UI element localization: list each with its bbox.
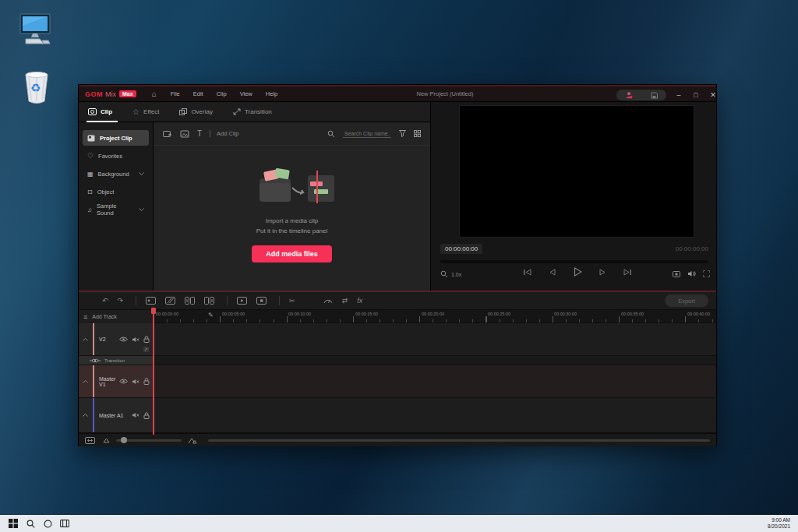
track-lane[interactable] (154, 365, 716, 397)
ruler-label: 00:00:35:00 (621, 312, 644, 316)
sidebar-item-background[interactable]: ▦ Background (83, 166, 149, 181)
taskbar-search-icon[interactable] (22, 515, 39, 532)
next-frame-icon[interactable] (599, 269, 606, 276)
sidebar-label: Sample Sound (97, 203, 134, 217)
play-icon[interactable] (574, 267, 582, 277)
task-view-icon[interactable] (56, 515, 73, 532)
transition-row[interactable]: Transition (79, 356, 716, 365)
preview-zoom-icon[interactable] (440, 270, 448, 278)
chevron-down-icon[interactable] (139, 208, 144, 211)
menu-help[interactable]: Help (266, 90, 277, 97)
fit-timeline-icon[interactable] (85, 437, 95, 444)
menu-file[interactable]: File (171, 90, 180, 97)
profile-icon[interactable] (625, 91, 633, 99)
chevron-down-icon[interactable] (139, 172, 144, 175)
cut-icon[interactable]: ✂ (289, 298, 295, 305)
start-button[interactable] (5, 515, 22, 532)
track-visibility-icon[interactable] (119, 336, 128, 342)
track-lock-icon[interactable] (143, 336, 150, 343)
taskbar-date: 8/20/2021 (768, 523, 790, 530)
import-media-icon[interactable] (163, 130, 172, 138)
fullscreen-icon[interactable] (703, 270, 710, 277)
transition-lane[interactable] (154, 356, 716, 365)
sidebar-item-favorites[interactable]: ♡ Favorites (83, 148, 149, 164)
ruler-label: 00:00:15:00 (355, 312, 378, 316)
tab-clip[interactable]: Clip (88, 102, 112, 122)
menu-view[interactable]: View (240, 90, 252, 97)
max-badge: Max (119, 90, 136, 97)
tab-transition[interactable]: Transition (233, 102, 272, 122)
this-pc-icon[interactable] (14, 12, 55, 50)
text-tool-icon[interactable]: T (197, 129, 202, 138)
close-button[interactable]: ✕ (705, 86, 721, 104)
zoom-in-icon[interactable] (188, 437, 197, 444)
zoom-out-icon[interactable] (103, 438, 110, 443)
track-visibility-icon[interactable] (119, 379, 128, 384)
seek-bar[interactable] (440, 260, 708, 263)
clip-search-input[interactable] (343, 130, 391, 138)
previous-frame-icon[interactable] (549, 269, 556, 276)
menu-clip[interactable]: Clip (217, 90, 227, 97)
effects-fx-icon[interactable]: fx (357, 298, 362, 305)
skip-start-icon[interactable] (523, 269, 531, 276)
split-right-icon[interactable] (204, 297, 214, 305)
menu-edit[interactable]: Edit (193, 90, 203, 97)
track-link-icon[interactable] (143, 346, 150, 353)
tab-bar: Clip ☆ Effect Overlay (79, 102, 430, 122)
sidebar-label: Project Clip (100, 135, 132, 142)
range-play-icon[interactable] (237, 297, 247, 305)
taskbar-clock[interactable]: 9:00 AM 8/20/2021 (768, 517, 793, 530)
taskbar-time: 9:00 AM (768, 517, 790, 523)
track-mute-icon[interactable] (132, 412, 139, 418)
aspect-ratio-icon[interactable] (673, 271, 680, 277)
track-mute-icon[interactable] (132, 336, 139, 343)
export-button[interactable]: Export (665, 294, 708, 307)
range-stop-icon[interactable] (256, 297, 267, 305)
overwrite-clip-icon[interactable] (165, 297, 175, 305)
insert-clip-icon[interactable] (146, 297, 156, 305)
search-icon (327, 130, 335, 138)
heart-icon: ♡ (87, 152, 94, 160)
cortana-icon[interactable] (39, 515, 56, 532)
add-track-control[interactable]: ≡ Add Track (79, 310, 154, 323)
home-icon[interactable]: ⌂ (152, 90, 157, 98)
collapse-track-icon[interactable] (83, 380, 88, 383)
recycle-bin-icon[interactable]: ♻ (20, 67, 53, 106)
image-icon[interactable] (180, 130, 189, 138)
timeline-zoom-slider[interactable] (116, 439, 182, 442)
transition-tool-icon[interactable]: ⇄ (342, 298, 348, 305)
track-menu-icon[interactable]: ≡ (83, 313, 87, 321)
redo-icon[interactable]: ↷ (118, 298, 124, 305)
playhead-handle-icon[interactable] (151, 308, 156, 314)
collapse-track-icon[interactable] (83, 414, 88, 417)
add-media-files-button[interactable]: Add media files (252, 245, 332, 262)
sidebar-item-object[interactable]: ⊡ Object (83, 184, 149, 199)
track-lock-icon[interactable] (143, 412, 150, 419)
track-lane[interactable] (154, 323, 716, 355)
timeline-ruler[interactable]: ≡ Add Track ✎ 00:00:00:00 00:00:05:00 00… (79, 310, 716, 323)
maximize-button[interactable]: □ (688, 86, 704, 104)
filter-icon[interactable] (399, 130, 406, 137)
collapse-track-icon[interactable] (83, 338, 88, 341)
grid-view-icon[interactable] (414, 130, 421, 137)
tab-overlay[interactable]: Overlay (179, 102, 213, 122)
save-icon[interactable] (651, 92, 658, 99)
sidebar-item-project-clip[interactable]: Project Clip (83, 130, 149, 146)
tab-effect[interactable]: ☆ Effect (132, 102, 159, 122)
split-left-icon[interactable] (185, 297, 195, 305)
zoom-slider-handle[interactable] (121, 437, 127, 443)
track-lock-icon[interactable] (143, 378, 150, 385)
track-mute-icon[interactable] (132, 379, 139, 385)
current-timecode: 00:00:00:00 (440, 244, 482, 254)
timeline-scrollbar[interactable] (208, 439, 710, 442)
volume-icon[interactable] (687, 270, 696, 277)
undo-icon[interactable]: ↶ (102, 298, 108, 305)
timeline-tracks: V2 (79, 323, 716, 433)
playhead[interactable] (153, 310, 154, 435)
minimize-button[interactable]: – (671, 86, 687, 104)
speed-gauge-icon[interactable] (323, 298, 333, 304)
skip-end-icon[interactable] (623, 269, 632, 276)
sidebar-item-sample-sound[interactable]: ♫ Sample Sound (83, 202, 149, 217)
track-master-a1: Master A1 (79, 398, 716, 433)
track-lane[interactable] (154, 398, 716, 432)
